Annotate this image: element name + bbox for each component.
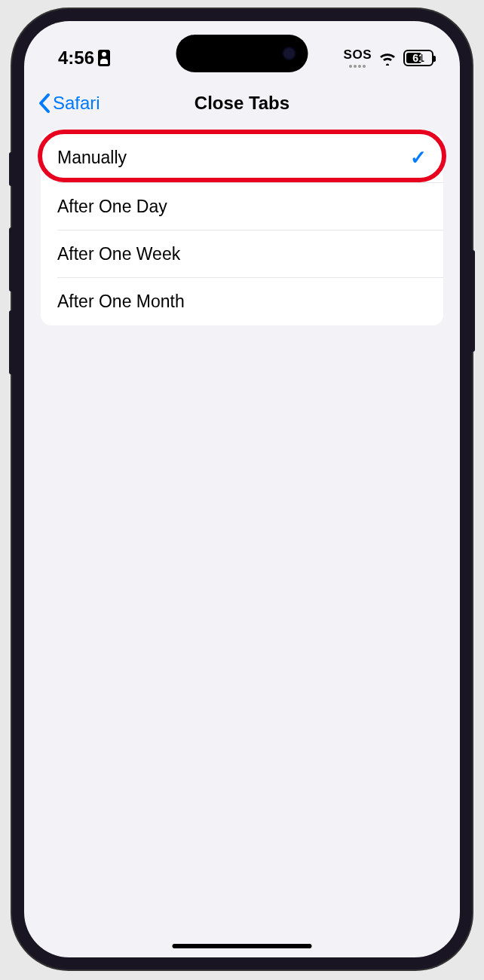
battery-percent: 61 xyxy=(412,52,424,64)
power-button xyxy=(470,250,475,352)
dynamic-island xyxy=(176,35,308,72)
sos-indicator: SOS xyxy=(344,47,372,68)
phone-frame: 4:56 SOS 61 xyxy=(12,9,472,969)
front-camera xyxy=(283,47,296,60)
back-button[interactable]: Safari xyxy=(38,93,100,114)
checkmark-icon: ✓ xyxy=(410,146,427,169)
option-after-one-month[interactable]: After One Month xyxy=(41,278,443,325)
status-left: 4:56 xyxy=(58,47,110,69)
option-after-one-week[interactable]: After One Week xyxy=(41,230,443,278)
option-label: After One Day xyxy=(57,197,167,217)
home-indicator[interactable] xyxy=(173,944,312,948)
wifi-icon xyxy=(378,50,397,66)
back-label: Safari xyxy=(53,93,100,114)
chevron-left-icon xyxy=(38,93,51,114)
option-label: Manually xyxy=(57,148,127,168)
option-after-one-day[interactable]: After One Day xyxy=(41,183,443,230)
option-manually[interactable]: Manually ✓ xyxy=(41,133,443,183)
status-time: 4:56 xyxy=(58,47,94,69)
mute-switch xyxy=(9,152,14,186)
page-title: Close Tabs xyxy=(195,93,289,114)
options-list: Manually ✓ After One Day After One Week … xyxy=(41,133,443,325)
option-label: After One Week xyxy=(57,244,180,264)
volume-up-button xyxy=(9,227,14,292)
navigation-bar: Safari Close Tabs xyxy=(24,78,460,133)
contact-card-icon xyxy=(98,50,110,66)
option-label: After One Month xyxy=(57,292,185,312)
status-right: SOS 61 xyxy=(344,47,433,68)
volume-down-button xyxy=(9,310,14,374)
battery-icon: 61 xyxy=(403,50,433,66)
screen: 4:56 SOS 61 xyxy=(24,21,460,957)
